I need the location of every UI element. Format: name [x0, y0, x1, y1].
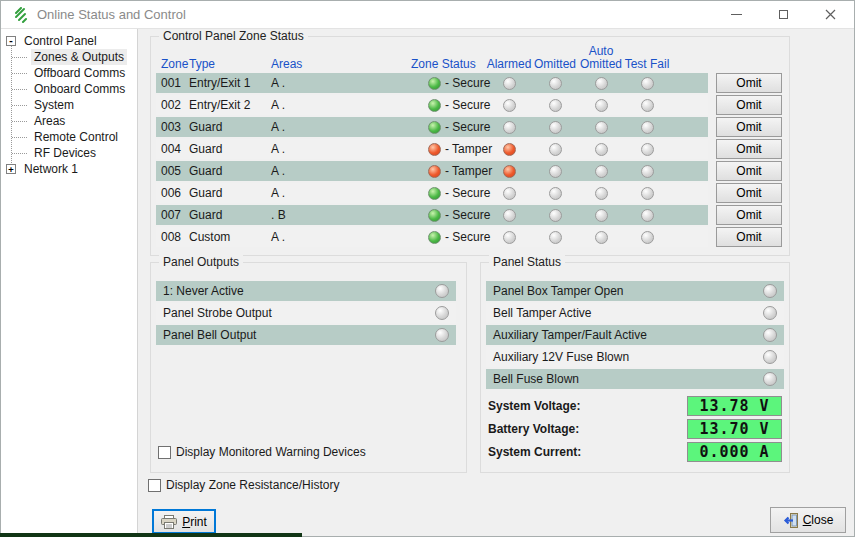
print-button[interactable]: Print	[152, 509, 216, 534]
output-row: Panel Bell Output	[156, 325, 456, 345]
zone-row-008: 008 Custom A . - Secure	[156, 227, 708, 247]
zone-row-004: 004 Guard A . - Tamper	[156, 139, 708, 159]
battery-voltage-readout: Battery Voltage: 13.70 V	[481, 419, 789, 439]
status-row: Panel Box Tamper Open	[486, 281, 784, 301]
panel-outputs-rows: 1: Never Active Panel Strobe Output Pane…	[151, 281, 456, 347]
auto-omitted-led	[595, 187, 608, 200]
zone-status-cell: - Secure	[411, 98, 486, 112]
header-type: Type	[189, 41, 271, 72]
zone-status-text: - Secure	[445, 98, 490, 112]
system-voltage-readout: System Voltage: 13.78 V	[481, 396, 789, 416]
test-fail-led	[641, 77, 654, 90]
omit-button-zone-007[interactable]: Omit	[716, 205, 782, 225]
tree-item-label: System	[31, 97, 77, 113]
test-fail-led	[641, 209, 654, 222]
zone-areas: A .	[271, 164, 411, 178]
auto-omitted-led	[595, 209, 608, 222]
header-auto-omitted: Auto Omitted	[578, 41, 624, 72]
header-zone-status: Zone Status	[411, 41, 486, 72]
zone-row-006: 006 Guard A . - Secure	[156, 183, 708, 203]
group-title: Panel Status	[489, 255, 565, 269]
output-led	[435, 306, 449, 320]
zone-status-cell: - Secure	[411, 76, 486, 90]
tree-item-offboard-comms[interactable]: Offboard Comms	[1, 65, 137, 81]
zone-areas: A .	[271, 76, 411, 90]
header-test-fail: Test Fail	[624, 41, 670, 72]
zone-number: 004	[161, 142, 189, 156]
omit-button-zone-004[interactable]: Omit	[716, 139, 782, 159]
omit-button-zone-006[interactable]: Omit	[716, 183, 782, 203]
test-fail-led	[641, 231, 654, 244]
zone-areas: A .	[271, 120, 411, 134]
status-label: Auxiliary 12V Fuse Blown	[493, 350, 629, 364]
checkbox-icon	[148, 479, 161, 492]
output-label: 1: Never Active	[163, 284, 244, 298]
status-led	[763, 284, 777, 298]
tree-item-label: Network 1	[21, 161, 81, 177]
zone-row-002: 002 Entry/Exit 2 A . - Secure	[156, 95, 708, 115]
zone-status-cell: - Secure	[411, 120, 486, 134]
omit-button-zone-008[interactable]: Omit	[716, 227, 782, 247]
tree-item-label: Areas	[31, 113, 68, 129]
exit-door-icon	[783, 513, 798, 528]
tree-item-areas[interactable]: Areas	[1, 113, 137, 129]
tree-item-control-panel[interactable]: - Control Panel	[1, 33, 137, 49]
zone-status-led	[428, 231, 441, 244]
tree-item-rf-devices[interactable]: RF Devices	[1, 145, 137, 161]
alarmed-led	[503, 77, 516, 90]
omitted-led	[549, 209, 562, 222]
close-label: Close	[803, 513, 834, 527]
tree-item-network-1[interactable]: + Network 1	[1, 161, 137, 177]
auto-omitted-led	[595, 231, 608, 244]
status-row: Auxiliary 12V Fuse Blown	[486, 347, 784, 367]
display-monitored-warning-devices-checkbox[interactable]: Display Monitored Warning Devices	[158, 445, 366, 459]
maximize-button[interactable]	[760, 1, 807, 28]
zone-number: 008	[161, 230, 189, 244]
close-icon	[825, 9, 836, 20]
auto-omitted-led	[595, 165, 608, 178]
collapse-icon[interactable]: -	[6, 36, 16, 46]
omitted-led	[549, 77, 562, 90]
test-fail-led	[641, 121, 654, 134]
zone-status-group: Control Panel Zone Status Zone Type Area…	[150, 36, 790, 256]
zone-status-led	[428, 77, 441, 90]
background-window-strip	[0, 533, 302, 537]
header-areas: Areas	[271, 41, 411, 72]
omit-button-zone-002[interactable]: Omit	[716, 95, 782, 115]
test-fail-led	[641, 99, 654, 112]
zone-table-header: Zone Type Areas Zone Status Alarmed Omit…	[156, 41, 708, 72]
close-dialog-button[interactable]: Close	[770, 507, 846, 533]
close-button[interactable]	[807, 1, 854, 28]
expand-icon[interactable]: +	[6, 164, 16, 174]
omit-button-zone-003[interactable]: Omit	[716, 117, 782, 137]
zone-status-led	[428, 209, 441, 222]
status-label: Panel Box Tamper Open	[493, 284, 624, 298]
status-led	[763, 328, 777, 342]
zone-type: Guard	[189, 142, 271, 156]
omit-button-zone-001[interactable]: Omit	[716, 73, 782, 93]
omit-button-zone-005[interactable]: Omit	[716, 161, 782, 181]
omitted-led	[549, 165, 562, 178]
voltage-readouts: System Voltage: 13.78 V Battery Voltage:…	[481, 396, 789, 465]
alarmed-led	[503, 165, 516, 178]
zone-status-cell: - Secure	[411, 186, 486, 200]
zone-areas: . B	[271, 208, 411, 222]
checkbox-label: Display Zone Resistance/History	[166, 478, 339, 492]
zone-status-cell: - Tamper	[411, 164, 486, 178]
status-row: Bell Fuse Blown	[486, 369, 784, 389]
display-zone-resistance-history-checkbox[interactable]: Display Zone Resistance/History	[148, 478, 339, 492]
tree-item-onboard-comms[interactable]: Onboard Comms	[1, 81, 137, 97]
tree-item-system[interactable]: System	[1, 97, 137, 113]
status-led	[763, 306, 777, 320]
minimize-button[interactable]	[713, 1, 760, 28]
battery-voltage-value: 13.70 V	[687, 419, 782, 439]
alarmed-led	[503, 99, 516, 112]
tree-item-remote-control[interactable]: Remote Control	[1, 129, 137, 145]
system-current-label: System Current:	[488, 445, 581, 459]
auto-omitted-led	[595, 77, 608, 90]
output-row: 1: Never Active	[156, 281, 456, 301]
zone-status-led	[428, 99, 441, 112]
status-row: Auxiliary Tamper/Fault Active	[486, 325, 784, 345]
print-label: Print	[182, 515, 207, 529]
tree-item-zones-outputs[interactable]: Zones & Outputs	[1, 49, 137, 65]
